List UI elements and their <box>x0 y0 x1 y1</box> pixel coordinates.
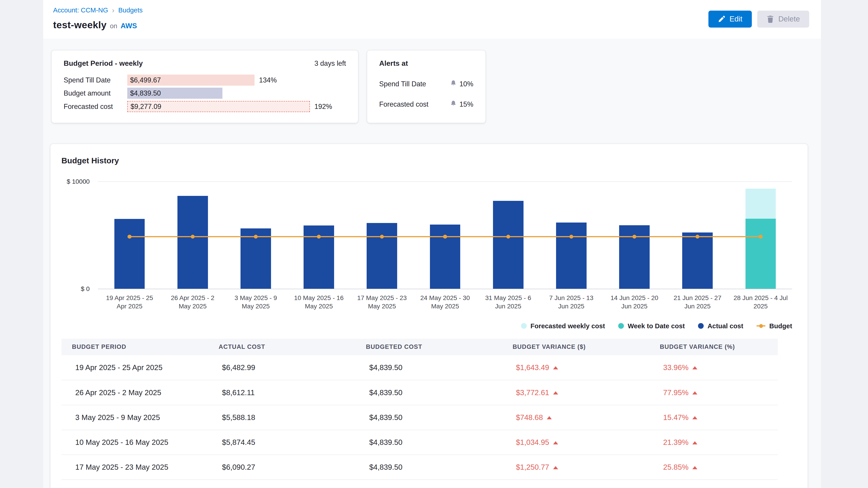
budget-history-chart: $ 10000 $ 0 19 Apr 2025 - 25 Apr 202526 … <box>98 182 792 330</box>
alert-threshold-value: 15% <box>460 100 473 108</box>
budget-history-table: BUDGET PERIODACTUAL COSTBUDGETED COSTBUD… <box>61 339 778 480</box>
title-conjunction: on <box>110 22 117 30</box>
x-axis-label: 24 May 2025 - 30 May 2025 <box>413 294 476 311</box>
budget-period-row: Budget amount$4,839.50 <box>64 87 346 100</box>
budget-variance-pct-cell: 77.95% <box>649 380 778 405</box>
triangle-up-icon <box>692 366 698 369</box>
alert-item: Forecasted cost15% <box>379 100 473 108</box>
chart-legend: Forecasted weekly costWeek to Date costA… <box>98 322 792 330</box>
budget-variance-usd-cell: $3,772.61 <box>502 380 649 405</box>
variance-value: 15.47% <box>663 413 688 422</box>
x-axis-label: 10 May 2025 - 16 May 2025 <box>287 294 350 311</box>
actual-cost-cell: $5,874.45 <box>208 430 355 455</box>
trash-icon <box>767 15 774 23</box>
alerts-card: Alerts at Spend Till Date10%Forecasted c… <box>367 51 486 123</box>
budget-point <box>506 235 510 238</box>
x-axis-label: 14 Jun 2025 - 20 Jun 2025 <box>603 294 666 311</box>
alert-threshold-value: 10% <box>460 80 473 88</box>
variance-value: 25.85% <box>663 463 688 471</box>
budget-metric-label: Budget amount <box>64 89 127 97</box>
legend-item-forecasted-weekly-cost[interactable]: Forecasted weekly cost <box>521 322 605 330</box>
variance-value: 77.95% <box>663 388 688 397</box>
page: Account: CCM-NG › Budgets test-weekly on… <box>0 0 868 488</box>
summary-cards-row: Budget Period - weekly 3 days left Spend… <box>52 51 807 123</box>
triangle-up-icon <box>692 441 698 445</box>
triangle-up-icon <box>692 416 698 419</box>
alerts-title: Alerts at <box>379 59 473 68</box>
budgeted-cost-cell: $4,839.50 <box>355 455 502 480</box>
variance-value: $748.68 <box>516 413 543 422</box>
triangle-up-icon <box>553 466 558 469</box>
legend-item-actual-cost[interactable]: Actual cost <box>698 322 743 330</box>
pencil-icon <box>718 15 725 23</box>
budget-point <box>443 235 447 238</box>
x-axis-label: 21 Jun 2025 - 27 Jun 2025 <box>666 294 729 311</box>
table-row: 17 May 2025 - 23 May 2025$6,090.27$4,839… <box>61 455 778 480</box>
budget-period-card: Budget Period - weekly 3 days left Spend… <box>52 51 358 123</box>
budget-variance-pct-cell: 21.39% <box>649 430 778 455</box>
budget-bar: $4,839.50 <box>127 88 222 99</box>
breadcrumb-account-link[interactable]: Account: CCM-NG <box>53 6 108 14</box>
edit-button[interactable]: Edit <box>708 11 752 28</box>
budgeted-cost-cell: $4,839.50 <box>355 430 502 455</box>
actual-cost-bar <box>114 219 145 289</box>
alert-items: Spend Till Date10%Forecasted cost15% <box>379 80 473 108</box>
variance-value: $1,250.77 <box>516 463 549 471</box>
delete-button-label: Delete <box>778 15 800 23</box>
budget-history-title: Budget History <box>61 156 808 165</box>
budget-variance-usd-cell: $1,250.77 <box>502 455 649 480</box>
delete-button[interactable]: Delete <box>757 11 809 28</box>
budget-point <box>569 235 573 238</box>
platform-label: AWS <box>121 22 137 30</box>
budgeted-cost-cell: $4,839.50 <box>355 355 502 380</box>
x-axis-label: 7 Jun 2025 - 13 Jun 2025 <box>540 294 603 311</box>
percent-label: 134% <box>259 76 277 84</box>
table-row: 26 Apr 2025 - 2 May 2025$8,612.11$4,839.… <box>61 380 778 405</box>
content-area: Budget Period - weekly 3 days left Spend… <box>43 39 821 488</box>
budget-point <box>317 235 321 238</box>
legend-item-week-to-date-cost[interactable]: Week to Date cost <box>618 322 685 330</box>
variance-value: $1,034.95 <box>516 438 549 447</box>
actual-cost-bar <box>367 223 397 289</box>
alert-threshold: 15% <box>450 100 473 108</box>
x-axis-label: 19 Apr 2025 - 25 Apr 2025 <box>98 294 161 311</box>
chart-bar-slot <box>603 182 666 289</box>
variance-value: 21.39% <box>663 438 688 447</box>
budget-variance-pct-cell: 25.85% <box>649 455 778 480</box>
table-row: 19 Apr 2025 - 25 Apr 2025$6,482.99$4,839… <box>61 355 778 380</box>
actual-cost-cell: $5,588.18 <box>208 405 355 430</box>
alert-label: Forecasted cost <box>379 100 429 108</box>
budget-period-cell: 17 May 2025 - 23 May 2025 <box>61 455 208 480</box>
budget-point <box>695 235 700 238</box>
alert-item: Spend Till Date10% <box>379 80 473 88</box>
edit-button-label: Edit <box>730 15 742 23</box>
page-title: test-weekly <box>53 20 106 31</box>
table-header-row: BUDGET PERIODACTUAL COSTBUDGETED COSTBUD… <box>61 339 778 355</box>
header-actions: Edit Delete <box>708 11 809 28</box>
table-header-cell: BUDGETED COST <box>355 339 502 355</box>
actual-cost-bar <box>556 223 587 289</box>
triangle-up-icon <box>692 466 698 469</box>
y-axis-min-label: $ 0 <box>81 285 98 293</box>
table-header-cell: ACTUAL COST <box>208 339 355 355</box>
chart-bar-slot <box>161 182 224 289</box>
budgeted-cost-cell: $4,839.50 <box>355 405 502 430</box>
breadcrumb-budgets-link[interactable]: Budgets <box>118 6 143 14</box>
chart-bar-slot <box>666 182 729 289</box>
x-axis-label: 28 Jun 2025 - 4 Jul 2025 <box>729 294 792 311</box>
actual-cost-cell: $6,482.99 <box>208 355 355 380</box>
chart-bar-slot <box>729 182 792 289</box>
variance-value: $1,643.49 <box>516 363 549 372</box>
variance-value: 33.96% <box>663 363 688 372</box>
table-header-cell: BUDGET PERIOD <box>61 339 208 355</box>
budget-variance-usd-cell: $1,643.49 <box>502 355 649 380</box>
forecasted-cost-bar <box>745 189 776 289</box>
legend-item-budget[interactable]: Budget <box>756 322 792 330</box>
table-row: 10 May 2025 - 16 May 2025$5,874.45$4,839… <box>61 430 778 455</box>
budget-point <box>191 235 195 238</box>
budget-point <box>632 235 636 238</box>
y-axis-max-label: $ 10000 <box>67 178 98 185</box>
days-left-label: 3 days left <box>314 59 346 67</box>
budget-history-card: Budget History $ 10000 $ 0 19 Apr 2025 -… <box>51 144 808 488</box>
budget-metric-label: Spend Till Date <box>64 76 127 84</box>
